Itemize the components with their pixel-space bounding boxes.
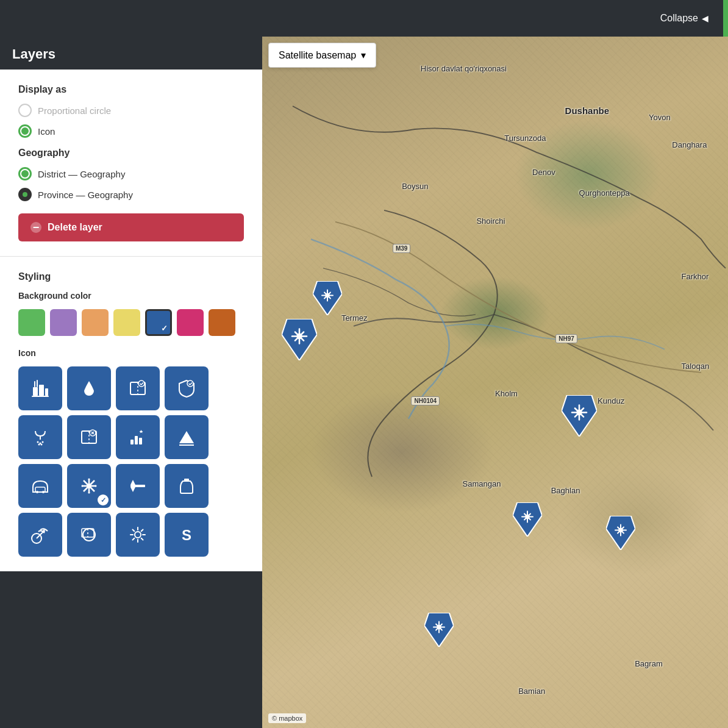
color-swatch-pink[interactable] xyxy=(177,309,204,336)
color-swatch-blue[interactable] xyxy=(145,309,172,336)
icon-tile-icon5[interactable] xyxy=(18,415,62,459)
radio-icon[interactable]: Icon xyxy=(18,124,244,138)
bg-color-title: Background color xyxy=(18,291,244,301)
icon-tile-icon16[interactable]: S xyxy=(165,513,209,557)
left-panel: Layers Display as Proportional circle Ic… xyxy=(0,37,262,728)
delete-icon: − xyxy=(30,222,41,233)
svg-point-13 xyxy=(42,441,44,443)
basemap-label: Satellite basemap xyxy=(279,50,356,61)
svg-point-11 xyxy=(37,441,39,443)
icon-tile-icon7[interactable] xyxy=(116,415,160,459)
svg-point-36 xyxy=(88,492,90,494)
snow-marker-m5[interactable] xyxy=(606,516,635,552)
radio-province[interactable]: Province — Geography xyxy=(18,188,244,201)
icon-tile-icon1[interactable] xyxy=(18,366,62,410)
map-svg xyxy=(262,37,728,728)
svg-point-37 xyxy=(82,485,84,487)
icon-tile-icon15[interactable] xyxy=(116,513,160,557)
icon-title: Icon xyxy=(18,348,244,358)
svg-marker-25 xyxy=(179,431,194,443)
icon-tile-icon2[interactable] xyxy=(67,366,111,410)
svg-point-9 xyxy=(187,380,193,387)
geography-title: Geography xyxy=(18,148,244,159)
svg-marker-40 xyxy=(130,480,135,485)
svg-rect-4 xyxy=(34,381,35,387)
collapse-arrow-icon: ◀ xyxy=(702,13,708,23)
mapbox-attr-text: © mapbox xyxy=(272,715,302,722)
svg-point-29 xyxy=(42,491,45,493)
basemap-dropdown[interactable]: Satellite basemap ▾ xyxy=(268,43,376,68)
basemap-arrow-icon: ▾ xyxy=(361,49,366,61)
collapse-label: Collapse xyxy=(660,13,698,24)
radio-province-circle xyxy=(18,188,32,201)
svg-marker-41 xyxy=(130,487,135,492)
icon-tile-icon12[interactable] xyxy=(165,464,209,508)
snow-marker-m1[interactable] xyxy=(282,319,317,363)
svg-marker-24 xyxy=(140,430,143,434)
delete-layer-label: Delete layer xyxy=(48,222,102,233)
color-swatch-green[interactable] xyxy=(18,309,45,336)
top-bar: Collapse ◀ xyxy=(0,0,728,37)
radio-district-label: District — Geography xyxy=(38,169,125,179)
svg-point-34 xyxy=(88,485,91,488)
radio-icon-circle xyxy=(18,124,32,138)
layers-title: Layers xyxy=(12,46,55,62)
svg-rect-0 xyxy=(33,387,38,396)
svg-rect-5 xyxy=(37,380,38,387)
svg-point-35 xyxy=(88,479,90,480)
icon-tile-icon9[interactable] xyxy=(18,464,62,508)
display-as-title: Display as xyxy=(18,84,244,95)
icon-tile-icon10[interactable]: ✓ xyxy=(67,464,111,508)
svg-rect-22 xyxy=(135,436,138,444)
icon-grid: ✓S xyxy=(18,366,244,557)
icon-tile-icon11[interactable] xyxy=(116,464,160,508)
svg-point-38 xyxy=(95,485,97,487)
main-content: Layers Display as Proportional circle Ic… xyxy=(0,37,728,728)
layers-header: Layers xyxy=(0,37,262,70)
svg-rect-1 xyxy=(39,385,44,396)
icon-tile-icon14[interactable] xyxy=(67,513,111,557)
snow-marker-m6[interactable] xyxy=(424,613,454,649)
road-badge-m39: M39 xyxy=(393,244,410,253)
color-swatch-purple[interactable] xyxy=(50,309,77,336)
svg-text:S: S xyxy=(182,527,191,543)
collapse-button[interactable]: Collapse ◀ xyxy=(653,9,716,27)
radio-proportional[interactable]: Proportional circle xyxy=(18,104,244,117)
svg-point-45 xyxy=(43,530,45,532)
snow-marker-m2[interactable] xyxy=(313,281,342,318)
delete-layer-button[interactable]: − Delete layer xyxy=(18,213,244,241)
svg-point-55 xyxy=(298,334,302,338)
svg-rect-23 xyxy=(139,438,142,444)
svg-rect-2 xyxy=(45,388,48,396)
radio-icon-label: Icon xyxy=(38,126,55,137)
display-as-section: Display as Proportional circle Icon Geog… xyxy=(0,70,262,257)
icon-selected-badge: ✓ xyxy=(98,494,109,505)
snow-marker-m4[interactable] xyxy=(513,502,542,539)
icon-tile-icon8[interactable] xyxy=(165,415,209,459)
radio-proportional-circle xyxy=(18,104,32,117)
snow-marker-m3[interactable] xyxy=(562,395,597,439)
color-swatch-brown[interactable] xyxy=(209,309,235,336)
svg-point-49 xyxy=(135,532,141,538)
svg-point-75 xyxy=(619,529,623,532)
icon-tile-icon4[interactable] xyxy=(165,366,209,410)
svg-point-28 xyxy=(36,491,38,493)
mapbox-attribution: © mapbox xyxy=(268,713,306,723)
svg-rect-3 xyxy=(32,396,49,397)
icon-tile-icon3[interactable] xyxy=(116,366,160,410)
svg-point-46 xyxy=(83,529,95,541)
color-swatch-row xyxy=(18,309,244,336)
styling-section: Styling Background color Icon ✓S xyxy=(0,257,262,571)
svg-point-14 xyxy=(38,444,40,446)
svg-point-15 xyxy=(41,444,43,446)
road-badge-nh97: NH97 xyxy=(555,334,577,343)
color-swatch-yellow[interactable] xyxy=(113,309,140,336)
radio-district[interactable]: District — Geography xyxy=(18,167,244,180)
radio-province-label: Province — Geography xyxy=(38,190,133,200)
svg-rect-39 xyxy=(130,485,145,487)
radio-proportional-label: Proportional circle xyxy=(38,105,111,116)
svg-point-80 xyxy=(438,626,441,629)
icon-tile-icon13[interactable] xyxy=(18,513,62,557)
icon-tile-icon6[interactable] xyxy=(67,415,111,459)
color-swatch-orange[interactable] xyxy=(82,309,109,336)
